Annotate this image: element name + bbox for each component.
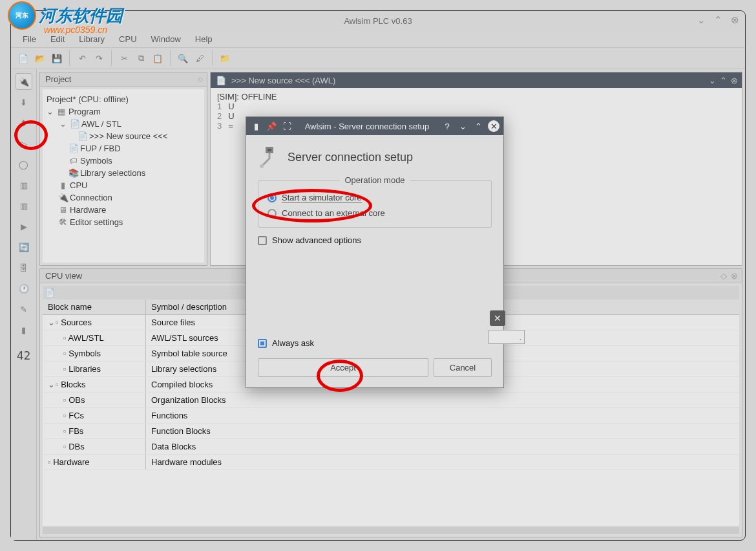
max-icon[interactable]: ⌃ (720, 76, 727, 85)
connect-icon[interactable]: 🔌 (16, 73, 32, 90)
dialog-close-icon[interactable]: ✕ (488, 120, 499, 132)
close-tab-icon[interactable]: ⊗ (731, 76, 738, 85)
menu-cpu[interactable]: CPU (112, 32, 143, 46)
editor-tab[interactable]: 📄 >>> New source <<< (AWL) ⌄ ⌃ ⊗ (211, 72, 742, 88)
copy-icon[interactable]: ⧉ (134, 51, 148, 65)
dialog-heading: Server connection setup (288, 151, 413, 164)
refresh-icon[interactable]: 🔄 (16, 239, 32, 255)
min-icon[interactable]: ⌄ (709, 76, 716, 85)
edit-icon[interactable]: ✎ (16, 301, 32, 318)
menubar: File Edit Library CPU Window Help (11, 30, 745, 47)
radio-icon (268, 193, 277, 202)
radio-external-core[interactable]: Connect to an external core (268, 206, 482, 221)
radio-label: Start a simulator core (282, 193, 362, 203)
radio-icon (268, 209, 277, 218)
watermark-logo: 河东 河东软件园 www.pc0359.cn (8, 1, 123, 30)
diamond-icon[interactable]: ◇ (720, 271, 727, 281)
run-icon[interactable]: ▷ (16, 135, 32, 152)
table-row[interactable]: ▫ FCsFunctions (43, 408, 739, 424)
checkbox-show-advanced[interactable]: Show advanced options (258, 234, 492, 246)
network-icon (258, 146, 281, 169)
group-title: Operation mode (339, 175, 410, 185)
radio-start-simulator[interactable]: Start a simulator core (268, 190, 482, 206)
accept-button[interactable]: Accept (258, 358, 428, 377)
table-row[interactable]: ▫ DBsData Blocks (43, 439, 739, 455)
separator (111, 50, 112, 66)
background-input[interactable]: . (488, 330, 525, 344)
dialog-titlebar[interactable]: ▮ 📌 ⛶ Awlsim - Server connection setup ?… (246, 117, 503, 135)
connection-dialog: ▮ 📌 ⛶ Awlsim - Server connection setup ?… (246, 116, 504, 388)
expand-icon[interactable]: ⛶ (281, 120, 293, 132)
checkbox-label: Show advanced options (272, 235, 361, 245)
spacer (258, 253, 492, 330)
hw2-icon[interactable]: ▥ (16, 197, 32, 214)
menu-window[interactable]: Window (145, 32, 187, 46)
undo-icon[interactable]: ↶ (75, 51, 89, 65)
left-sidebar: 🔌 ⬇ ⬆ ▷ ◯ ▥ ▥ ▶ 🔄 🗄 🕐 ✎ ▮ 42 (11, 69, 37, 540)
tree-editor: 🛠Editor settings (47, 216, 200, 228)
svg-rect-1 (268, 149, 271, 151)
chip-icon[interactable]: ▮ (16, 321, 32, 338)
table-row[interactable]: ▫ FBsFunction Blocks (43, 424, 739, 439)
close-icon[interactable]: ⊗ (731, 271, 738, 281)
hw-icon[interactable]: ▥ (16, 177, 32, 193)
diamond-icon[interactable]: ◇ (198, 76, 203, 83)
cut-icon[interactable]: ✂ (117, 51, 131, 65)
minimize-icon[interactable]: ⌄ (695, 14, 708, 27)
clock-icon[interactable]: 🕐 (16, 280, 32, 297)
chip-icon: ▮ (250, 120, 262, 132)
step-icon[interactable]: ▶ (16, 218, 32, 235)
max-icon[interactable]: ⌃ (472, 120, 484, 132)
maximize-icon[interactable]: ⌃ (711, 14, 724, 27)
doc-icon: 📄 (45, 288, 55, 297)
checkbox-icon (258, 339, 267, 348)
separator (69, 50, 70, 66)
help-icon[interactable]: ? (441, 120, 453, 132)
editor-status: [SIM]: OFFLINE (217, 92, 735, 102)
checkbox-icon (258, 236, 267, 245)
project-panel-title: Project (45, 74, 71, 84)
scrollbar[interactable] (43, 526, 739, 534)
tree-new-source: 📄>>> New source <<< (47, 130, 200, 142)
menu-help[interactable]: Help (189, 32, 219, 46)
min-icon[interactable]: ⌄ (457, 120, 468, 132)
close-badge-icon[interactable]: ✕ (490, 310, 505, 326)
project-tree[interactable]: Project* (CPU: offline) ⌄▦Program ⌄📄AWL … (43, 89, 204, 263)
paste-icon[interactable]: 📋 (151, 51, 165, 65)
tree-connection: 🔌Connection (47, 191, 200, 204)
tree-hardware: 🖥Hardware (47, 204, 200, 216)
download-icon[interactable]: ⬇ (16, 94, 32, 111)
radio-label: Connect to an external core (282, 208, 385, 218)
redo-icon[interactable]: ↷ (92, 51, 106, 65)
project-root: Project* (CPU: offline) (47, 93, 200, 105)
open-icon[interactable]: 📂 (33, 51, 47, 65)
svg-point-2 (260, 164, 264, 168)
find-icon[interactable]: 🔍 (176, 51, 190, 65)
table-row[interactable]: ▫ OBsOrganization Blocks (43, 393, 739, 408)
main-toolbar: 📄 📂 💾 ↶ ↷ ✂ ⧉ 📋 🔍 🖊 📁 (11, 47, 745, 69)
checkbox-label: Always ask (272, 338, 314, 348)
upload-icon[interactable]: ⬆ (16, 114, 32, 131)
tree-program: ⌄▦Program (47, 105, 200, 118)
menu-file[interactable]: File (16, 32, 43, 46)
cancel-button[interactable]: Cancel (434, 358, 492, 377)
new-icon[interactable]: 📄 (16, 51, 30, 65)
tree-libsel: 📚Library selections (47, 167, 200, 179)
replace-icon[interactable]: 🖊 (193, 51, 207, 65)
window-title: Awlsim PLC v0.63 (344, 16, 412, 26)
stop-icon[interactable]: ◯ (16, 156, 32, 173)
checkbox-always-ask[interactable]: Always ask (258, 337, 492, 349)
db-icon[interactable]: 🗄 (16, 259, 32, 276)
dialog-window-title: Awlsim - Server connection setup (297, 122, 437, 131)
tree-symbols: 🏷Symbols (47, 155, 200, 167)
pin-icon[interactable]: 📌 (266, 120, 277, 132)
tree-fup: 📄FUP / FBD (47, 142, 200, 155)
close-icon[interactable]: ⊗ (728, 14, 741, 27)
folder-icon[interactable]: 📁 (218, 51, 232, 65)
separator (212, 50, 213, 66)
doc-icon: 📄 (216, 76, 226, 85)
cpuview-title: CPU view (45, 271, 82, 281)
col-blockname: Block name (43, 299, 146, 314)
table-row[interactable]: ▫ HardwareHardware modules (43, 455, 739, 470)
save-icon[interactable]: 💾 (50, 51, 64, 65)
